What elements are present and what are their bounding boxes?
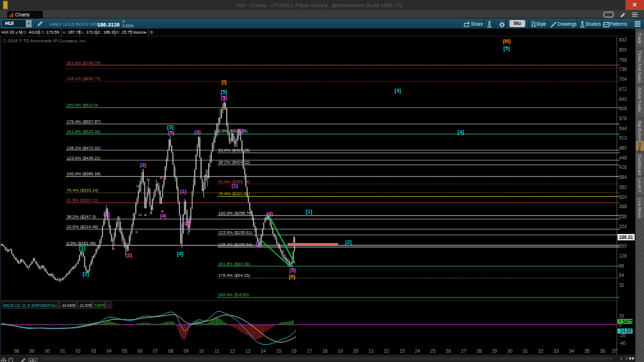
svg-text:176.4% ($54.33): 176.4% ($54.33)	[218, 273, 250, 278]
svg-text:01: 01	[60, 348, 66, 353]
svg-text:[1]: [1]	[306, 208, 313, 215]
svg-text:800: 800	[619, 47, 627, 52]
svg-text:61.8% ($300.23): 61.8% ($300.23)	[67, 198, 98, 202]
svg-text:(1): (1)	[104, 210, 110, 217]
svg-text:06: 06	[137, 348, 143, 353]
svg-text:31: 31	[522, 348, 528, 353]
svg-text:7.5475: 7.5475	[619, 319, 633, 324]
svg-text:d: d	[160, 175, 162, 180]
svg-text:{II}: {II}	[288, 273, 296, 280]
svg-text:38.2% ($247.3): 38.2% ($247.3)	[67, 215, 96, 219]
svg-text:288: 288	[619, 204, 627, 209]
svg-text:416: 416	[619, 165, 627, 170]
svg-text:352: 352	[619, 185, 627, 190]
svg-text:20: 20	[619, 313, 625, 318]
svg-text:09: 09	[183, 348, 189, 353]
svg-text:99: 99	[29, 348, 35, 353]
svg-text:200.0% ($-8.82): 200.0% ($-8.82)	[218, 293, 249, 297]
svg-text:640: 640	[619, 97, 627, 102]
svg-text:b: b	[117, 215, 120, 220]
svg-text:186.31: 186.31	[619, 235, 633, 240]
svg-text:04: 04	[107, 348, 112, 353]
svg-text:36: 36	[600, 348, 605, 353]
svg-text:100.0% ($258.76): 100.0% ($258.76)	[218, 211, 253, 215]
svg-text:544: 544	[619, 126, 627, 131]
svg-text:30: 30	[507, 348, 513, 353]
svg-text:-14.0305: -14.0305	[61, 303, 76, 308]
svg-text:[2]: [2]	[346, 239, 352, 245]
svg-text:{I}: {I}	[221, 79, 227, 85]
svg-text:512: 512	[619, 135, 627, 140]
svg-text:[2]: [2]	[83, 270, 89, 277]
svg-text:-21.578: -21.578	[79, 303, 92, 308]
svg-text:15: 15	[276, 348, 282, 353]
svg-text:23.6% ($463.18): 23.6% ($463.18)	[218, 148, 250, 152]
svg-text:-14.03: -14.03	[619, 328, 633, 333]
svg-text:-40: -40	[619, 341, 626, 346]
svg-text:16: 16	[291, 348, 297, 353]
svg-text:704: 704	[619, 77, 627, 82]
svg-text:ii: ii	[135, 230, 138, 234]
svg-text:(5): (5)	[168, 129, 175, 136]
svg-text:(5): (5)	[290, 267, 296, 273]
svg-text:138.2% ($156.54): 138.2% ($156.54)	[218, 243, 253, 247]
svg-text:(2): (2)	[185, 220, 191, 226]
svg-text:320: 320	[619, 195, 627, 200]
svg-text:b: b	[147, 177, 150, 182]
svg-text:08: 08	[168, 348, 174, 353]
svg-text:ⓘ 2016 © TD Ameritrade IP Comp: ⓘ 2016 © TD Ameritrade IP Company, Inc.	[2, 38, 87, 43]
svg-text:(3): (3)	[256, 240, 263, 247]
svg-text:200.0% ($610.9): 200.0% ($610.9)	[67, 103, 98, 107]
svg-text:13: 13	[245, 348, 251, 353]
svg-text:76.4% ($333.14): 76.4% ($333.14)	[67, 188, 98, 192]
svg-text:[4]: [4]	[458, 129, 464, 135]
svg-text:123.6% ($195.61): 123.6% ($195.61)	[218, 230, 253, 235]
svg-text:(5): (5)	[221, 94, 228, 101]
svg-text:[3]: [3]	[395, 87, 401, 94]
svg-text:224: 224	[619, 224, 627, 229]
svg-text:18: 18	[322, 348, 328, 353]
svg-text:123.6% ($439.21): 123.6% ($439.21)	[67, 156, 101, 160]
svg-text:24: 24	[415, 348, 421, 353]
svg-text:(2): (2)	[238, 127, 244, 134]
svg-text:38.2% ($424.12): 38.2% ($424.12)	[218, 160, 250, 165]
svg-text:32: 32	[619, 283, 625, 288]
svg-text:07: 07	[152, 348, 158, 353]
svg-text:32: 32	[538, 348, 544, 353]
svg-text:(4): (4)	[267, 210, 273, 217]
svg-text:23.6% ($214.49): 23.6% ($214.49)	[67, 225, 98, 229]
svg-text:11: 11	[215, 348, 220, 353]
svg-text:64: 64	[619, 273, 625, 278]
svg-text:138.2% ($472.02): 138.2% ($472.02)	[67, 146, 101, 150]
svg-text:448: 448	[619, 155, 627, 160]
svg-text:21: 21	[369, 348, 374, 353]
svg-text:20: 20	[353, 348, 358, 353]
svg-text:160: 160	[619, 243, 627, 248]
svg-text:238.2% ($696.75): 238.2% ($696.75)	[67, 77, 101, 81]
svg-text:33: 33	[554, 348, 560, 353]
svg-text:98: 98	[14, 348, 19, 353]
svg-text:161.8% ($525.06): 161.8% ($525.06)	[67, 129, 101, 134]
svg-text:28: 28	[477, 348, 482, 353]
svg-text:832: 832	[619, 37, 627, 42]
svg-text:(1): (1)	[232, 182, 238, 189]
svg-text:128: 128	[619, 253, 627, 258]
svg-text:29: 29	[492, 348, 497, 353]
svg-text:34: 34	[569, 348, 575, 353]
svg-text:iv: iv	[138, 212, 142, 217]
svg-text:(3): (3)	[195, 129, 201, 135]
svg-text:480: 480	[619, 145, 627, 150]
svg-text:37: 37	[612, 348, 618, 353]
svg-text:100.0% ($386.18): 100.0% ($386.18)	[67, 172, 101, 176]
svg-text:25: 25	[430, 348, 436, 353]
svg-text:23: 23	[399, 348, 405, 353]
svg-text:0: 0	[108, 303, 110, 308]
svg-text:12: 12	[230, 348, 235, 353]
svg-text:14: 14	[260, 348, 266, 353]
svg-text:05: 05	[122, 348, 127, 353]
svg-text:03: 03	[91, 348, 97, 353]
svg-text:(4): (4)	[160, 212, 167, 219]
svg-text:[4]: [4]	[177, 250, 184, 257]
svg-text:00: 00	[44, 348, 50, 353]
svg-text:{III}: {III}	[502, 38, 511, 44]
